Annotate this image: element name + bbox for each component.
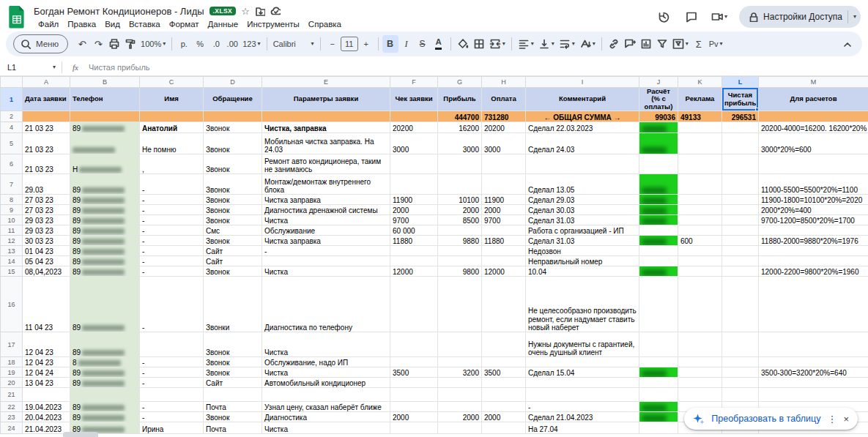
cell-A7[interactable]: 29.03 bbox=[23, 174, 70, 195]
cell-I14[interactable]: Неправильный номер bbox=[526, 256, 639, 266]
cell-C13[interactable]: - bbox=[140, 246, 204, 256]
cell-M17[interactable] bbox=[759, 332, 868, 357]
collapse-toolbar-button[interactable] bbox=[839, 35, 855, 53]
text-color-button[interactable]: A bbox=[431, 35, 447, 53]
cell-D4[interactable]: Звонок bbox=[204, 122, 262, 133]
cell-C10[interactable]: - bbox=[140, 215, 204, 225]
cell-I7[interactable]: Сделал 13.05 bbox=[526, 174, 639, 195]
cell-M11[interactable] bbox=[759, 225, 868, 236]
cell-D22[interactable]: Почта bbox=[204, 402, 262, 412]
cell-I8[interactable]: Сделал 29.03 bbox=[526, 195, 639, 205]
cell-E10[interactable]: Чистка bbox=[262, 215, 390, 225]
cell-D17[interactable]: Звонок bbox=[204, 332, 262, 357]
row-header-5[interactable]: 5 bbox=[1, 133, 23, 154]
cell-C18[interactable]: - bbox=[140, 357, 204, 367]
cell-L7[interactable] bbox=[722, 174, 759, 195]
cell-A20[interactable]: 13 04 23 bbox=[23, 378, 70, 388]
cell-D5[interactable]: Звонок bbox=[204, 133, 262, 154]
cell-G15[interactable]: 9800 bbox=[438, 266, 482, 277]
zoom-select[interactable]: 100%▾ bbox=[138, 35, 168, 53]
select-all-corner[interactable] bbox=[1, 77, 23, 88]
cell-I1[interactable]: Комментарий bbox=[526, 88, 639, 111]
cell-E20[interactable]: Автомобильный кондиционер bbox=[262, 378, 390, 388]
cell-H2[interactable]: 731280 bbox=[482, 111, 526, 122]
cell-D10[interactable]: Звонок bbox=[204, 215, 262, 225]
text-rotation-button[interactable]: ▾ bbox=[577, 35, 598, 53]
cell-L21[interactable] bbox=[722, 388, 759, 402]
cell-G2[interactable]: 444700 bbox=[438, 111, 482, 122]
cell-M9[interactable]: 2000*20%=400 bbox=[759, 205, 868, 215]
column-header-K[interactable]: K bbox=[678, 77, 722, 88]
cell-H13[interactable] bbox=[482, 246, 526, 256]
menu-format[interactable]: Формат bbox=[165, 19, 204, 29]
cell-L12[interactable] bbox=[722, 236, 759, 246]
cell-A21[interactable] bbox=[23, 388, 70, 402]
cell-E18[interactable]: Обслуживание, надо ИП bbox=[262, 357, 390, 367]
cell-J19[interactable] bbox=[639, 367, 678, 378]
cell-E14[interactable] bbox=[262, 256, 390, 266]
menus-search-button[interactable]: Меню bbox=[13, 34, 68, 53]
horizontal-align-button[interactable]: ▾ bbox=[516, 35, 536, 53]
column-header-D[interactable]: D bbox=[204, 77, 262, 88]
cell-G13[interactable] bbox=[438, 246, 482, 256]
font-select[interactable]: Calibri▾ bbox=[271, 35, 316, 53]
cell-A8[interactable]: 27 03 23 bbox=[23, 195, 70, 205]
cell-L5[interactable] bbox=[722, 133, 759, 154]
popup-menu-icon[interactable]: ⋮ bbox=[827, 414, 837, 425]
cell-K16[interactable] bbox=[678, 277, 722, 332]
row-header-1[interactable]: 1 bbox=[1, 88, 23, 111]
cell-E12[interactable]: Чистка заправка bbox=[262, 236, 390, 246]
column-header-A[interactable]: A bbox=[23, 77, 70, 88]
cell-L19[interactable] bbox=[722, 367, 759, 378]
cell-B23[interactable]: 89 bbox=[70, 412, 140, 422]
cell-B22[interactable]: 89 bbox=[70, 402, 140, 412]
cell-H22[interactable] bbox=[482, 402, 526, 412]
cell-G16[interactable] bbox=[438, 277, 482, 332]
cell-H24[interactable] bbox=[482, 422, 526, 434]
cell-K21[interactable] bbox=[678, 388, 722, 402]
cell-K14[interactable] bbox=[678, 256, 722, 266]
cell-I15[interactable]: 10.04 bbox=[526, 266, 639, 277]
cell-L14[interactable] bbox=[722, 256, 759, 266]
cell-G1[interactable]: Прибыль bbox=[438, 88, 482, 111]
cell-L10[interactable] bbox=[722, 215, 759, 225]
cell-I13[interactable]: Недозвон bbox=[526, 246, 639, 256]
cell-F20[interactable] bbox=[390, 378, 438, 388]
cell-J4[interactable] bbox=[639, 122, 678, 133]
cell-E22[interactable]: Узнал цену, сказал наберёт ближе bbox=[262, 402, 390, 412]
cell-G14[interactable] bbox=[438, 256, 482, 266]
cell-H6[interactable] bbox=[482, 154, 526, 174]
cell-E8[interactable]: Чистка заправка bbox=[262, 195, 390, 205]
cell-K4[interactable] bbox=[678, 122, 722, 133]
cell-J21[interactable] bbox=[639, 388, 678, 402]
cell-F17[interactable] bbox=[390, 332, 438, 357]
cell-A6[interactable]: 21 03 23 bbox=[23, 154, 70, 174]
cell-C7[interactable]: - bbox=[140, 174, 204, 195]
cell-I18[interactable] bbox=[526, 357, 639, 367]
sheet-tab-partial[interactable] bbox=[63, 432, 98, 437]
cell-B16[interactable]: 89 bbox=[70, 277, 140, 332]
fill-color-button[interactable] bbox=[455, 35, 471, 53]
cell-D13[interactable]: Сайт bbox=[204, 246, 262, 256]
row-header-9[interactable]: 9 bbox=[1, 205, 23, 215]
cell-B8[interactable]: 89 bbox=[70, 195, 140, 205]
version-history-icon[interactable] bbox=[656, 9, 672, 25]
cell-K5[interactable] bbox=[678, 133, 722, 154]
cell-K17[interactable] bbox=[678, 332, 722, 357]
cell-L16[interactable] bbox=[722, 277, 759, 332]
column-header-H[interactable]: H bbox=[482, 77, 526, 88]
functions-button[interactable]: Σ bbox=[691, 35, 707, 53]
cell-B4[interactable]: 89 bbox=[70, 122, 140, 133]
cell-C12[interactable]: - bbox=[140, 236, 204, 246]
cell-I11[interactable]: Работа с организацией - ИП bbox=[526, 225, 639, 236]
cell-K2[interactable]: 49133 bbox=[678, 111, 722, 122]
cell-M14[interactable] bbox=[759, 256, 868, 266]
cell-D15[interactable]: Звонок bbox=[204, 266, 262, 277]
cell-F10[interactable]: 9700 bbox=[390, 215, 438, 225]
row-header-23[interactable]: 23 bbox=[1, 412, 23, 422]
cell-B5[interactable] bbox=[70, 133, 140, 154]
cell-F7[interactable] bbox=[390, 174, 438, 195]
menu-file[interactable]: Файл bbox=[34, 19, 63, 29]
cell-L15[interactable] bbox=[722, 266, 759, 277]
cell-I9[interactable]: Сделал 30.03 bbox=[526, 205, 639, 215]
